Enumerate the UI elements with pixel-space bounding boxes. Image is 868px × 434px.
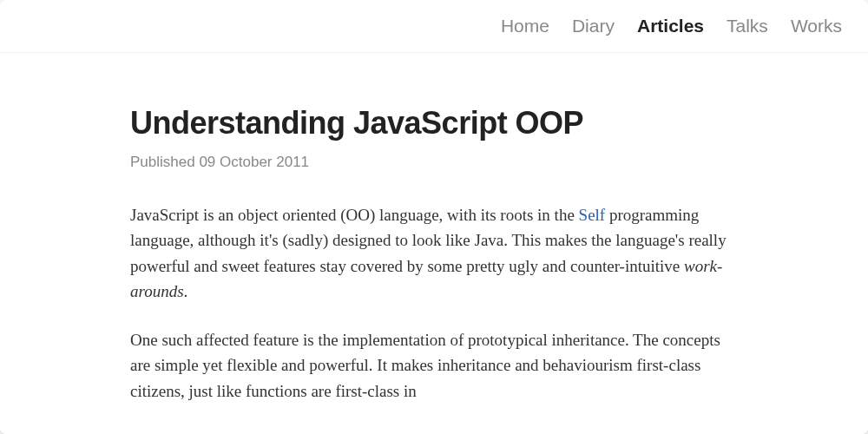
nav-articles[interactable]: Articles	[637, 16, 704, 36]
paragraph-2: One such affected feature is the impleme…	[130, 327, 738, 404]
paragraph-1: JavaScript is an object oriented (OO) la…	[130, 202, 738, 305]
article-meta: Published 09 October 2011	[130, 154, 738, 171]
published-label: Published	[130, 154, 199, 170]
p1-text-c: .	[184, 282, 188, 300]
p1-text-a: JavaScript is an object oriented (OO) la…	[130, 206, 579, 224]
article-content: Understanding JavaScript OOP Published 0…	[0, 53, 868, 404]
nav-home[interactable]: Home	[501, 16, 549, 36]
self-link[interactable]: Self	[579, 206, 606, 224]
top-nav: Home Diary Articles Talks Works	[0, 0, 868, 53]
nav-works[interactable]: Works	[791, 16, 842, 36]
article-title: Understanding JavaScript OOP	[130, 105, 738, 141]
nav-talks[interactable]: Talks	[727, 16, 768, 36]
nav-diary[interactable]: Diary	[572, 16, 615, 36]
published-date: 09 October 2011	[199, 154, 309, 170]
